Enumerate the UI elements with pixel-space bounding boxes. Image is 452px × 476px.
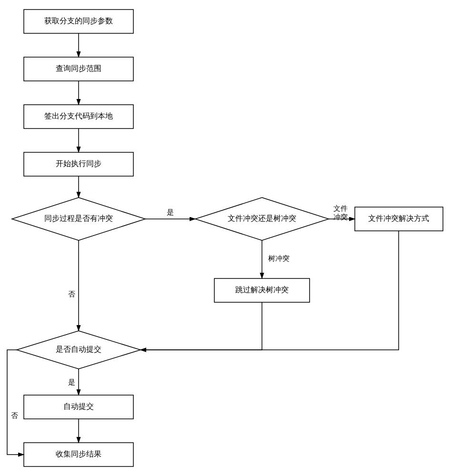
node-start-sync-label: 开始执行同步 <box>56 159 101 168</box>
node-checkout-label: 签出分支代码到本地 <box>44 112 113 120</box>
node-collect-result-label: 收集同步结果 <box>56 450 101 458</box>
flowchart-canvas: 获取分支的同步参数 查询同步范围 签出分支代码到本地 开始执行同步 同步过程是否… <box>0 0 452 476</box>
node-skip-tree-conflict-label: 跳过解决树冲突 <box>235 286 289 294</box>
node-query-scope-label: 查询同步范围 <box>56 64 101 72</box>
edge-d2-file-label-2: 冲突 <box>333 213 348 221</box>
edge-d1-yes-label: 是 <box>167 208 174 216</box>
decision-auto-commit-label: 是否自动提交 <box>56 345 101 353</box>
edge-d3-no-label: 否 <box>11 412 18 419</box>
edge-d3-n8 <box>7 350 24 455</box>
edge-n6-d3 <box>141 302 262 350</box>
edge-d2-tree-label: 树冲突 <box>268 255 290 262</box>
edge-d3-yes-label: 是 <box>68 378 75 386</box>
node-auto-commit-label: 自动提交 <box>63 402 94 410</box>
edge-d2-file-label-1: 文件 <box>333 205 348 212</box>
node-file-conflict-resolve-label: 文件冲突解决方式 <box>368 214 429 222</box>
node-get-params-label: 获取分支的同步参数 <box>44 17 113 25</box>
decision-has-conflict-label: 同步过程是否有冲突 <box>44 214 113 222</box>
decision-conflict-type-label: 文件冲突还是树冲突 <box>228 214 296 222</box>
edge-d1-no-label: 否 <box>68 290 75 298</box>
